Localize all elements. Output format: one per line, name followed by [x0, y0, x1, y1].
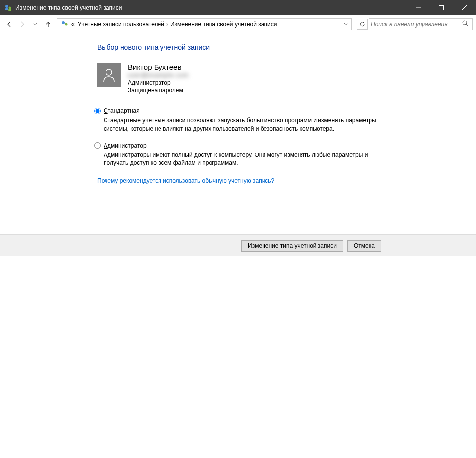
user-name: Виктор Бухтеев [128, 63, 189, 71]
page-title: Выбор нового типа учетной записи [97, 43, 387, 51]
button-bar: Изменение типа учетной записи Отмена [0, 234, 476, 256]
svg-rect-2 [5, 8, 8, 10]
up-button[interactable] [42, 18, 54, 30]
svg-point-0 [5, 5, 8, 8]
radio-admin[interactable] [94, 142, 101, 149]
radio-standard[interactable] [94, 108, 101, 114]
radio-standard-desc: Стандартные учетные записи позволяют зап… [104, 116, 383, 133]
svg-point-1 [9, 7, 11, 9]
help-link[interactable]: Почему рекомендуется использовать обычну… [97, 177, 274, 184]
user-protected: Защищена паролем [128, 87, 189, 94]
radio-admin-row[interactable]: Администратор [94, 142, 387, 149]
user-block: Виктор Бухтеев user@example.com Админист… [97, 63, 387, 94]
breadcrumb-item-1[interactable]: Учетные записи пользователей [78, 21, 164, 28]
breadcrumb-prefix: « [71, 21, 75, 28]
svg-point-6 [65, 23, 68, 25]
option-standard: Стандартная Стандартные учетные записи п… [94, 107, 387, 133]
content-area: Выбор нового типа учетной записи Виктор … [0, 33, 476, 234]
recent-dropdown[interactable] [29, 18, 41, 30]
cancel-button[interactable]: Отмена [347, 240, 381, 252]
chevron-right-icon: › [166, 21, 168, 28]
svg-rect-3 [8, 9, 11, 11]
option-admin: Администратор Администраторы имеют полны… [94, 142, 387, 168]
radio-admin-label: Администратор [104, 142, 147, 149]
app-icon [4, 4, 12, 12]
maximize-button[interactable] [430, 0, 453, 15]
refresh-button[interactable] [357, 19, 368, 30]
search-box[interactable] [369, 18, 473, 30]
account-type-group: Стандартная Стандартные учетные записи п… [94, 107, 387, 167]
window: Изменение типа своей учетной записи [0, 0, 476, 458]
forward-button[interactable] [16, 18, 28, 30]
change-type-button[interactable]: Изменение типа учетной записи [241, 240, 343, 252]
search-icon [462, 20, 470, 28]
window-title: Изменение типа своей учетной записи [15, 4, 407, 11]
address-dropdown[interactable] [341, 22, 350, 26]
window-controls [407, 0, 476, 15]
breadcrumb: « Учетные записи пользователей › Изменен… [71, 21, 341, 28]
navigation-bar: « Учетные записи пользователей › Изменен… [0, 15, 476, 33]
users-icon [60, 20, 69, 29]
svg-point-8 [106, 69, 112, 75]
radio-standard-row[interactable]: Стандартная [94, 107, 387, 114]
radio-admin-desc: Администраторы имеют полный доступ к ком… [104, 151, 383, 168]
avatar [97, 63, 121, 87]
svg-point-5 [62, 21, 65, 24]
address-bar[interactable]: « Учетные записи пользователей › Изменен… [57, 18, 352, 30]
user-role: Администратор [128, 79, 189, 86]
minimize-button[interactable] [407, 0, 430, 15]
breadcrumb-item-2[interactable]: Изменение типа своей учетной записи [170, 21, 277, 28]
search-input[interactable] [371, 21, 462, 28]
close-button[interactable] [453, 0, 476, 15]
empty-space [0, 256, 476, 458]
svg-point-7 [463, 21, 467, 25]
titlebar: Изменение типа своей учетной записи [0, 0, 476, 15]
user-info: Виктор Бухтеев user@example.com Админист… [128, 63, 189, 94]
back-button[interactable] [3, 18, 15, 30]
svg-rect-4 [439, 6, 444, 10]
radio-standard-label: Стандартная [104, 107, 140, 114]
user-email: user@example.com [128, 72, 189, 79]
